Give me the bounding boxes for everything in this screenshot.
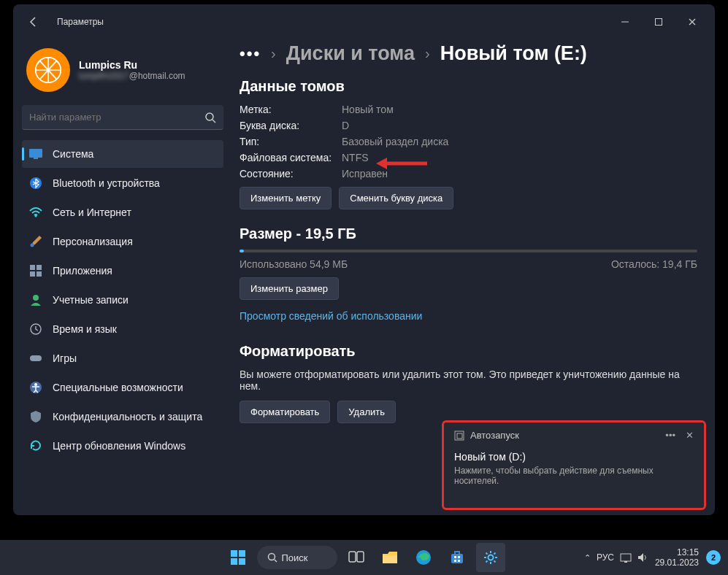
state-key: Состояние: — [240, 168, 342, 180]
notification-title: Новый том (D:) — [454, 451, 694, 463]
sidebar-item-label: Bluetooth и устройства — [53, 177, 160, 189]
edge-button[interactable] — [409, 543, 438, 572]
settings-taskbar-button[interactable] — [476, 543, 505, 572]
notification-close-button[interactable]: ✕ — [686, 430, 694, 441]
size-progress-bar — [240, 250, 697, 252]
search-icon — [204, 112, 216, 123]
nav-list: Система Bluetooth и устройства Сеть и Ин… — [22, 140, 223, 460]
chevron-right-icon: › — [271, 45, 276, 62]
breadcrumb-more[interactable]: ••• — [240, 45, 261, 63]
avatar — [26, 48, 70, 92]
search-box[interactable] — [22, 105, 223, 130]
svg-rect-13 — [30, 271, 35, 277]
person-icon — [29, 293, 42, 306]
label-value: Новый том — [342, 104, 394, 115]
svg-point-10 — [31, 244, 34, 247]
taskbar-search-label: Поиск — [282, 552, 308, 563]
taskbar-clock[interactable]: 13:15 29.01.2023 — [655, 547, 699, 568]
taskbar-search[interactable]: Поиск — [257, 546, 337, 569]
notification-count-badge[interactable]: 2 — [706, 550, 721, 565]
taskbar: Поиск ⌃ РУС 13:15 29.01.2023 2 — [0, 540, 728, 575]
titlebar: Параметры — [13, 4, 715, 39]
language-indicator[interactable]: РУС — [597, 552, 614, 563]
monitor-icon — [29, 147, 42, 161]
sidebar-item-label: Сеть и Интернет — [53, 207, 131, 218]
sidebar-item-accounts[interactable]: Учетные записи — [22, 286, 223, 314]
svg-point-15 — [33, 295, 39, 301]
change-letter-button[interactable]: Сменить букву диска — [339, 187, 453, 209]
fs-key: Файловая система: — [240, 152, 342, 163]
type-value: Базовый раздел диска — [342, 136, 448, 147]
accessibility-icon — [29, 381, 42, 394]
svg-rect-21 — [457, 433, 462, 439]
volume-tray-icon[interactable] — [637, 552, 648, 563]
svg-point-26 — [268, 554, 275, 560]
svg-rect-6 — [29, 149, 42, 158]
free-space: Осталось: 19,4 ГБ — [611, 258, 697, 270]
sidebar-item-network[interactable]: Сеть и Интернет — [22, 198, 223, 226]
user-name: Lumpics Ru — [79, 59, 185, 71]
sidebar-item-label: Специальные возможности — [53, 382, 183, 393]
drive-letter-key: Буква диска: — [240, 120, 342, 131]
sidebar-item-bluetooth[interactable]: Bluetooth и устройства — [22, 169, 223, 197]
change-label-button[interactable]: Изменить метку — [240, 187, 332, 209]
user-account-block[interactable]: Lumpics Ru lumpifm2017@hotmail.com — [22, 42, 223, 105]
svg-line-5 — [212, 120, 215, 123]
gamepad-icon — [29, 352, 42, 365]
user-email: lumpifm2017@hotmail.com — [79, 71, 185, 81]
autoplay-icon — [454, 431, 464, 441]
drive-letter-value: D — [342, 120, 349, 131]
svg-point-19 — [34, 383, 37, 386]
network-tray-icon[interactable] — [620, 552, 632, 563]
back-button[interactable] — [19, 7, 48, 36]
store-button[interactable] — [442, 543, 472, 572]
resize-button[interactable]: Изменить размер — [240, 277, 339, 300]
svg-point-9 — [35, 215, 37, 217]
volume-data-header: Данные томов — [240, 78, 697, 95]
sidebar-item-label: Время и язык — [53, 323, 117, 335]
minimize-button[interactable] — [608, 10, 642, 34]
svg-line-43 — [494, 561, 495, 563]
sidebar-item-system[interactable]: Система — [22, 140, 223, 168]
sidebar-item-time-language[interactable]: Время и язык — [22, 315, 223, 343]
autoplay-notification[interactable]: Автозапуск ••• ✕ Новый том (D:) Нажмите,… — [442, 420, 706, 510]
sidebar-item-label: Центр обновления Windows — [53, 440, 185, 452]
search-input[interactable] — [29, 112, 204, 123]
brush-icon — [29, 235, 42, 248]
notification-body: Нажмите, чтобы выбрать действие для съем… — [454, 466, 694, 486]
svg-rect-14 — [37, 271, 42, 277]
explorer-button[interactable] — [375, 543, 405, 572]
window-title: Параметры — [57, 17, 104, 27]
sidebar-item-windows-update[interactable]: Центр обновления Windows — [22, 432, 223, 460]
svg-line-44 — [494, 553, 495, 555]
maximize-button[interactable] — [642, 10, 675, 34]
clock-date: 29.01.2023 — [655, 557, 699, 568]
sidebar-item-accessibility[interactable]: Специальные возможности — [22, 374, 223, 401]
chevron-right-icon: › — [425, 45, 430, 62]
label-key: Метка: — [240, 104, 342, 115]
fs-value: NTFS — [342, 152, 369, 163]
size-header: Размер - 19,5 ГБ — [240, 225, 697, 242]
svg-rect-24 — [231, 558, 237, 565]
start-button[interactable] — [223, 543, 253, 572]
sidebar-item-privacy[interactable]: Конфиденциальность и защита — [22, 403, 223, 431]
bluetooth-icon — [29, 177, 42, 190]
sidebar-item-apps[interactable]: Приложения — [22, 257, 223, 285]
task-view-button[interactable] — [342, 543, 371, 572]
close-button[interactable] — [675, 10, 709, 34]
svg-rect-25 — [239, 558, 245, 565]
svg-rect-7 — [34, 158, 38, 159]
breadcrumb-disks[interactable]: Диски и тома — [286, 42, 415, 65]
svg-rect-33 — [454, 556, 456, 558]
tray-chevron-up-icon[interactable]: ⌃ — [584, 553, 591, 563]
format-description: Вы можете отформатировать или удалить эт… — [240, 368, 697, 392]
sidebar-item-label: Конфиденциальность и защита — [53, 411, 202, 422]
sidebar-item-gaming[interactable]: Игры — [22, 344, 223, 372]
svg-rect-23 — [239, 550, 245, 557]
delete-button[interactable]: Удалить — [337, 401, 396, 423]
usage-details-link[interactable]: Просмотр сведений об использовании — [240, 310, 422, 322]
breadcrumb-current: Новый том (E:) — [440, 42, 587, 65]
sidebar-item-personalization[interactable]: Персонализация — [22, 228, 223, 255]
format-button[interactable]: Форматировать — [240, 401, 330, 423]
notification-more-button[interactable]: ••• — [665, 430, 675, 441]
